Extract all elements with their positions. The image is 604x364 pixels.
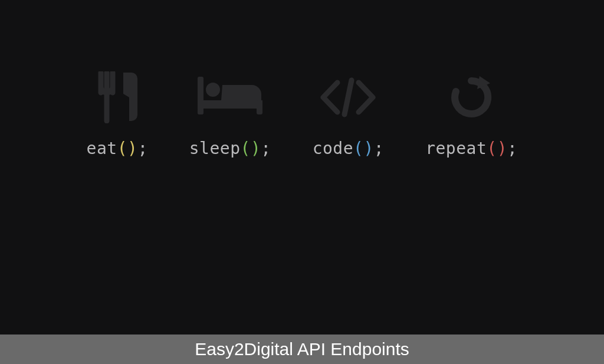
label-eat: eat(); (87, 139, 148, 158)
item-eat: eat(); (87, 71, 148, 158)
item-repeat: repeat(); (425, 71, 517, 158)
svg-rect-3 (257, 100, 262, 114)
semicolon: ; (374, 139, 384, 158)
bed-icon (198, 71, 262, 124)
label-repeat: repeat(); (425, 139, 517, 158)
footer-bar: Easy2Digital API Endpoints (0, 335, 604, 364)
word: code (313, 139, 353, 158)
svg-rect-2 (198, 100, 262, 109)
paren-close: ) (363, 139, 373, 158)
paren-close: ) (251, 139, 261, 158)
paren-open: ( (117, 139, 127, 158)
paren-close: ) (127, 139, 137, 158)
repeat-icon (448, 71, 495, 124)
semicolon: ; (507, 139, 517, 158)
icon-row: eat(); sleep(); code(); (0, 0, 604, 158)
svg-point-1 (206, 83, 220, 97)
svg-rect-4 (198, 109, 203, 114)
word: eat (87, 139, 117, 158)
label-code: code(); (313, 139, 385, 158)
code-icon (319, 71, 378, 124)
semicolon: ; (261, 139, 271, 158)
paren-close: ) (497, 139, 507, 158)
semicolon: ; (137, 139, 147, 158)
paren-open: ( (241, 139, 251, 158)
label-sleep: sleep(); (189, 139, 271, 158)
paren-open: ( (353, 139, 363, 158)
paren-open: ( (487, 139, 497, 158)
footer-title: Easy2Digital API Endpoints (195, 339, 409, 359)
utensils-icon (96, 71, 139, 124)
word: sleep (189, 139, 241, 158)
item-sleep: sleep(); (189, 71, 271, 158)
word: repeat (425, 139, 487, 158)
item-code: code(); (313, 71, 385, 158)
